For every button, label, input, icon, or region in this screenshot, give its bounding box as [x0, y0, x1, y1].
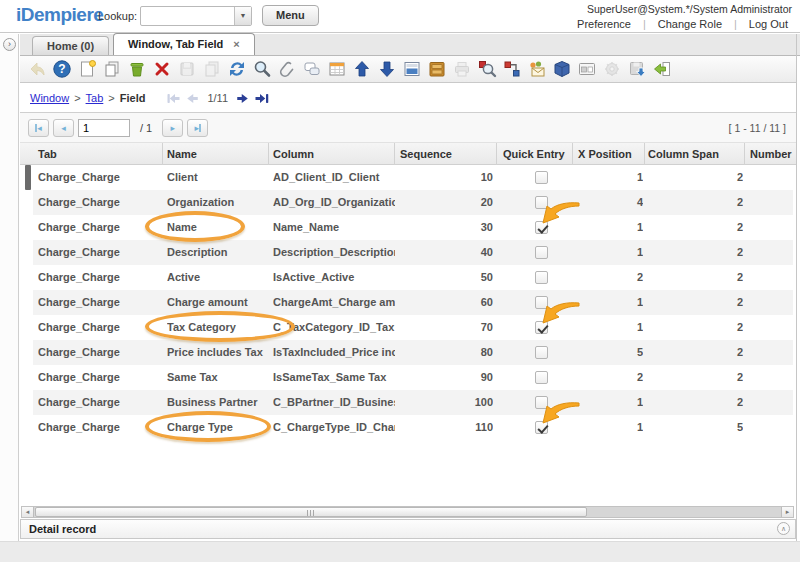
- quick-entry-checkbox[interactable]: [535, 221, 548, 234]
- table-row[interactable]: Charge_ChargeOrganizationAD_Org_ID_Organ…: [33, 190, 793, 215]
- quick-entry-checkbox[interactable]: [535, 271, 548, 284]
- table-row[interactable]: Charge_ChargeNameName_Name3012: [33, 215, 793, 240]
- quick-entry-checkbox[interactable]: [535, 346, 548, 359]
- detail-record-panel-header[interactable]: Detail record ∧: [20, 519, 796, 539]
- cell-sequence: 100: [373, 390, 493, 415]
- collapse-panel-icon[interactable]: ∧: [777, 522, 790, 535]
- window-size-icon[interactable]: [577, 59, 597, 79]
- undo-icon: [27, 59, 47, 79]
- logout-link[interactable]: Log Out: [745, 18, 792, 30]
- paging-next-button[interactable]: ▸: [162, 119, 183, 137]
- dropdown-arrow-icon[interactable]: ▼: [234, 7, 251, 25]
- column-header-sequence[interactable]: Sequence: [400, 143, 452, 165]
- grid-header-row: TabNameColumnSequenceQuick EntryX Positi…: [20, 143, 796, 165]
- recycle-bin-icon[interactable]: [127, 59, 147, 79]
- record-position: 1/11: [207, 92, 228, 104]
- grid-toggle-icon[interactable]: [327, 59, 347, 79]
- cell-sequence: 60: [373, 290, 493, 315]
- table-row[interactable]: Charge_ChargeTax CategoryC_TaxCategory_I…: [33, 315, 793, 340]
- table-row[interactable]: Charge_ChargePrice includes TaxIsTaxIncl…: [33, 340, 793, 365]
- detail-record-icon[interactable]: [377, 59, 397, 79]
- change-role-link[interactable]: Change Role: [654, 18, 726, 30]
- breadcrumb-link-window[interactable]: Window: [30, 92, 69, 104]
- quick-entry-checkbox[interactable]: [535, 296, 548, 309]
- breadcrumb-link-tab[interactable]: Tab: [86, 92, 104, 104]
- paging-bar-glyph: [199, 124, 201, 132]
- cell-x-position: 2: [583, 265, 643, 290]
- parent-record-icon[interactable]: [352, 59, 372, 79]
- app-header: iDempiere Lookup: ▼ Menu SuperUser@Syste…: [0, 0, 800, 33]
- copy-record-icon[interactable]: [102, 59, 122, 79]
- scrollbar-thumb[interactable]: [35, 507, 587, 517]
- table-row[interactable]: Charge_ChargeActiveIsActive_Active5022: [33, 265, 793, 290]
- quick-entry-checkbox[interactable]: [535, 246, 548, 259]
- refresh-icon[interactable]: [227, 59, 247, 79]
- report-icon[interactable]: [402, 59, 422, 79]
- quick-entry-checkbox[interactable]: [535, 371, 548, 384]
- help-icon[interactable]: ?: [52, 59, 72, 79]
- cell-tab: Charge_Charge: [38, 240, 162, 265]
- preference-link[interactable]: Preference: [573, 18, 635, 30]
- table-row[interactable]: Charge_ChargeCharge amountChargeAmt_Char…: [33, 290, 793, 315]
- end-window-icon[interactable]: [652, 59, 672, 79]
- quick-entry-checkbox[interactable]: [535, 421, 548, 434]
- lookup-label: Lookup:: [98, 10, 137, 22]
- paging-first-button[interactable]: ◂: [28, 119, 49, 137]
- quick-entry-checkbox[interactable]: [535, 396, 548, 409]
- table-row[interactable]: Charge_ChargeSame TaxIsSameTax_Same Tax9…: [33, 365, 793, 390]
- menu-button[interactable]: Menu: [262, 5, 319, 26]
- column-header-quick-entry[interactable]: Quick Entry: [503, 143, 565, 165]
- chat-icon[interactable]: [302, 59, 322, 79]
- paging-last-button[interactable]: ▸: [187, 119, 208, 137]
- cell-number: [748, 315, 793, 340]
- cell-name: Client: [167, 165, 267, 190]
- print-preview-icon[interactable]: [477, 59, 497, 79]
- column-header-x-position[interactable]: X Position: [578, 143, 632, 165]
- lookup-combobox[interactable]: ▼: [140, 6, 252, 26]
- new-record-icon[interactable]: [77, 59, 97, 79]
- tab-home[interactable]: Home (0): [32, 36, 109, 55]
- archive-icon[interactable]: [427, 59, 447, 79]
- requests-icon[interactable]: [527, 59, 547, 79]
- table-row[interactable]: Charge_ChargeDescriptionDescription_Desc…: [33, 240, 793, 265]
- find-record-icon[interactable]: [252, 59, 272, 79]
- scroll-right-icon[interactable]: ▸: [781, 507, 793, 517]
- cell-x-position: 1: [583, 415, 643, 440]
- next-record-icon[interactable]: [235, 91, 250, 106]
- record-range-label: [ 1 - 11 / 11 ]: [729, 122, 786, 134]
- workflow-icon[interactable]: [502, 59, 522, 79]
- cell-x-position: 1: [583, 315, 643, 340]
- row-selection-indicator: [25, 165, 31, 190]
- column-header-column[interactable]: Column: [273, 143, 314, 165]
- column-header-name[interactable]: Name: [167, 143, 197, 165]
- quick-entry-checkbox[interactable]: [535, 196, 548, 209]
- column-header-number[interactable]: Number: [750, 143, 792, 165]
- cell-column-span: 2: [653, 390, 743, 415]
- cell-tab: Charge_Charge: [38, 390, 162, 415]
- quick-entry-checkbox[interactable]: [535, 171, 548, 184]
- horizontal-scrollbar[interactable]: ◂ ▸: [21, 506, 794, 518]
- tab-window-tab-field[interactable]: Window, Tab Field×: [113, 33, 255, 55]
- export-icon[interactable]: [627, 59, 647, 79]
- table-row[interactable]: Charge_ChargeCharge TypeC_ChargeType_ID_…: [33, 415, 793, 440]
- close-icon[interactable]: ×: [233, 38, 239, 50]
- lookup-input[interactable]: [143, 8, 233, 24]
- idempiere-window: iDempiere Lookup: ▼ Menu SuperUser@Syste…: [0, 0, 800, 562]
- column-header-tab[interactable]: Tab: [38, 143, 57, 165]
- expand-panel-icon[interactable]: ›: [3, 38, 16, 51]
- paging-previous-button[interactable]: ◂: [53, 119, 74, 137]
- table-row[interactable]: Charge_ChargeClientAD_Client_ID_Client10…: [33, 165, 793, 190]
- attachment-icon[interactable]: [277, 59, 297, 79]
- save-create-new-icon: [202, 59, 222, 79]
- product-info-icon[interactable]: [552, 59, 572, 79]
- link-separator: |: [643, 18, 646, 30]
- quick-entry-checkbox[interactable]: [535, 321, 548, 334]
- page-number-input[interactable]: [78, 119, 130, 137]
- column-header-column-span[interactable]: Column Span: [648, 143, 719, 165]
- scroll-left-icon[interactable]: ◂: [22, 507, 34, 517]
- delete-record-icon[interactable]: [152, 59, 172, 79]
- last-record-icon[interactable]: [254, 91, 269, 106]
- cell-sequence: 80: [373, 340, 493, 365]
- cell-name: Name: [167, 215, 267, 240]
- table-row[interactable]: Charge_ChargeBusiness PartnerC_BPartner_…: [33, 390, 793, 415]
